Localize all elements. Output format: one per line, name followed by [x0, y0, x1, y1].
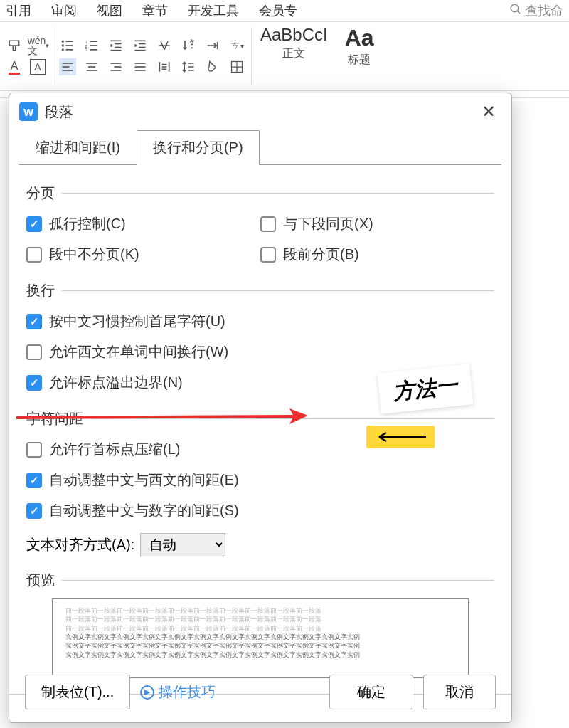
bullets-icon[interactable] — [59, 37, 76, 54]
ribbon-toolbar: wén文▾ A A 123 A ㄘ▾ AaB — [0, 21, 569, 91]
checkbox-latin-wordwrap[interactable]: 允许西文在单词中间换行(W) — [26, 342, 494, 362]
svg-rect-30 — [115, 66, 122, 68]
align-center-icon[interactable] — [83, 58, 100, 75]
svg-rect-25 — [63, 70, 73, 71]
annotation-method-label: 方法一 — [377, 364, 473, 413]
checkbox-orphan-control[interactable]: 孤行控制(C) — [26, 214, 260, 233]
checkbox-page-break-before[interactable]: 段前分页(B) — [260, 245, 494, 264]
svg-rect-33 — [135, 66, 146, 68]
svg-rect-32 — [135, 63, 146, 64]
svg-line-1 — [517, 11, 520, 14]
svg-rect-27 — [88, 66, 95, 68]
ribbon-tab[interactable]: 视图 — [97, 2, 122, 19]
checkbox-keep-with-next[interactable]: 与下段同页(X) — [260, 214, 494, 233]
svg-rect-17 — [111, 50, 122, 51]
annotation-yellow-arrow-icon — [366, 426, 435, 448]
svg-point-0 — [511, 4, 519, 12]
phonetic-guide-icon[interactable]: wén文▾ — [30, 37, 47, 54]
svg-rect-29 — [111, 63, 122, 64]
svg-rect-23 — [63, 63, 73, 64]
tab-line-pagebreak[interactable]: 换行和分页(P) — [137, 130, 260, 165]
checkbox-autospace-num[interactable]: 自动调整中文与数字的间距(S) — [26, 501, 494, 520]
svg-text:A: A — [190, 38, 193, 43]
format-painter-icon[interactable] — [6, 37, 23, 54]
tabs-button[interactable]: 制表位(T)... — [25, 675, 130, 709]
ribbon-tab[interactable]: 引用 — [6, 2, 31, 19]
sort-icon[interactable]: A — [180, 37, 197, 54]
svg-rect-16 — [115, 47, 121, 48]
align-justify-icon[interactable] — [132, 58, 149, 75]
ribbon-tab[interactable]: 审阅 — [51, 2, 77, 19]
shading-icon[interactable] — [204, 58, 221, 75]
checkbox-keep-together[interactable]: 段中不分页(K) — [26, 245, 260, 264]
checkbox-autospace-en[interactable]: 自动调整中文与西文的间距(E) — [26, 470, 494, 490]
style-normal[interactable]: AaBbCcI 正文 — [252, 22, 336, 90]
svg-rect-9 — [90, 41, 97, 42]
show-marks-icon[interactable]: ㄘ▾ — [228, 37, 245, 54]
text-align-label: 文本对齐方式(A): — [26, 535, 134, 554]
cancel-button[interactable]: 取消 — [423, 675, 496, 709]
search-command[interactable]: 查找命 — [509, 2, 563, 19]
text-align-select[interactable]: 自动 — [140, 533, 225, 556]
tab-icon[interactable] — [204, 37, 221, 54]
svg-rect-28 — [87, 70, 97, 71]
svg-point-6 — [62, 48, 64, 51]
annotation-red-arrow-icon — [16, 407, 308, 428]
svg-rect-34 — [135, 70, 146, 71]
svg-point-4 — [62, 44, 64, 46]
font-color-icon[interactable]: A — [6, 58, 23, 75]
svg-rect-19 — [139, 43, 145, 45]
svg-rect-11 — [90, 45, 97, 46]
svg-rect-21 — [135, 50, 146, 51]
checkbox-cjk-linebreak[interactable]: 按中文习惯控制首尾字符(U) — [26, 312, 494, 331]
svg-rect-26 — [87, 63, 97, 64]
close-button[interactable]: ✕ — [476, 100, 501, 123]
ribbon-tab[interactable]: 章节 — [142, 2, 168, 19]
svg-rect-15 — [115, 43, 121, 45]
ribbon-tab[interactable]: 开发工具 — [188, 2, 239, 19]
search-icon — [509, 3, 522, 19]
tab-indent-spacing[interactable]: 缩进和间距(I) — [19, 130, 137, 165]
increase-indent-icon[interactable] — [132, 37, 149, 54]
svg-rect-31 — [111, 70, 122, 71]
paragraph-dialog: W 段落 ✕ 缩进和间距(I) 换行和分页(P) 分页 孤行控制(C) 与下段同… — [9, 93, 512, 723]
svg-rect-3 — [66, 41, 73, 42]
align-right-icon[interactable] — [107, 58, 124, 75]
line-spacing-icon[interactable] — [180, 58, 197, 75]
svg-rect-18 — [135, 41, 146, 42]
svg-rect-20 — [139, 47, 145, 48]
svg-rect-13 — [90, 49, 97, 51]
play-icon: ▶ — [140, 685, 154, 700]
section-pagination: 分页 — [26, 184, 55, 203]
ribbon-tab[interactable]: 会员专 — [259, 2, 297, 19]
align-left-icon[interactable] — [59, 58, 76, 75]
svg-line-37 — [16, 416, 294, 418]
svg-rect-5 — [66, 45, 73, 46]
section-preview: 预览 — [26, 571, 55, 590]
svg-rect-7 — [66, 49, 73, 51]
asian-layout-icon[interactable] — [156, 37, 173, 54]
svg-rect-24 — [63, 66, 70, 68]
numbering-icon[interactable]: 123 — [83, 37, 100, 54]
decrease-indent-icon[interactable] — [107, 37, 124, 54]
svg-point-2 — [62, 41, 64, 43]
svg-rect-14 — [111, 41, 122, 42]
ribbon-tabs: 引用 审阅 视图 章节 开发工具 会员专 查找命 — [0, 0, 569, 21]
section-linebreak: 换行 — [26, 281, 55, 300]
tips-link[interactable]: ▶ 操作技巧 — [140, 682, 216, 702]
dialog-title: 段落 — [45, 102, 73, 122]
borders-icon[interactable] — [228, 58, 245, 75]
character-border-icon[interactable]: A — [30, 59, 46, 75]
distribute-icon[interactable] — [156, 58, 173, 75]
style-heading[interactable]: Aa 标题 — [336, 22, 383, 90]
ok-button[interactable]: 确定 — [329, 675, 413, 709]
svg-text:3: 3 — [85, 48, 87, 52]
wps-logo-icon: W — [19, 102, 38, 121]
